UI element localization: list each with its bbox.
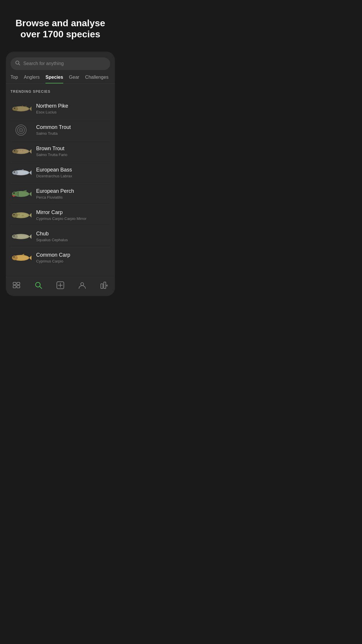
search-bar[interactable]: Search for anything (10, 57, 110, 70)
svg-point-35 (12, 235, 18, 239)
svg-rect-44 (13, 282, 16, 285)
svg-rect-55 (104, 282, 106, 288)
species-info-bass: European Bass Dicentrarchus Labrax (36, 167, 72, 178)
nav-item-leaderboard[interactable] (100, 281, 108, 290)
tab-top[interactable]: Top (10, 75, 18, 83)
fish-image-perch (10, 187, 31, 201)
svg-point-36 (13, 235, 15, 237)
tabs-container: Top Anglers Species Gear Challenges (6, 70, 115, 84)
species-latin-brown-trout: Salmo Trutta Fario (36, 153, 67, 157)
fish-image-trout (10, 123, 31, 137)
svg-point-4 (12, 107, 18, 111)
svg-point-16 (14, 150, 15, 151)
species-info-brown-trout: Brown Trout Salmo Trutta Fario (36, 146, 67, 157)
trending-section: TRENDING SPECIES Northern Pik (6, 84, 115, 274)
svg-point-12 (18, 150, 19, 151)
trending-label: TRENDING SPECIES (10, 90, 110, 94)
hero-section: Browse and analyse over 1700 species (0, 0, 121, 49)
species-info-pike: Northern Pike Esox Lucius (36, 103, 68, 114)
species-item-bass[interactable]: European Bass Dicentrarchus Labrax (10, 162, 110, 183)
svg-line-49 (40, 286, 42, 288)
cards-icon (13, 282, 20, 290)
svg-point-20 (14, 172, 15, 173)
fish-image-chub (10, 230, 31, 244)
fish-image-common-carp (10, 251, 31, 265)
svg-point-9 (20, 130, 22, 131)
nav-item-add[interactable] (57, 281, 64, 290)
add-icon (57, 281, 64, 290)
fish-image-brown-trout (10, 144, 31, 158)
species-info-common-carp: Common Carp Cyprinus Carpio (36, 252, 70, 263)
species-name-mirror-carp: Mirror Carp (36, 209, 87, 216)
svg-point-39 (12, 256, 18, 260)
species-name-perch: European Perch (36, 188, 74, 194)
svg-point-19 (12, 171, 18, 175)
fish-image-bass (10, 166, 31, 180)
species-info-mirror-carp: Mirror Carp Cyprinus Carpio Carpio Mirro… (36, 209, 87, 221)
tab-species[interactable]: Species (45, 75, 63, 83)
species-latin-chub: Squalius Cephalus (36, 238, 68, 242)
species-info-trout: Common Trout Salmo Trutta (36, 124, 71, 136)
svg-rect-45 (13, 286, 16, 288)
species-name-trout: Common Trout (36, 124, 71, 130)
svg-point-32 (13, 214, 15, 215)
hero-title: Browse and analyse over 1700 species (9, 18, 112, 40)
leaderboard-icon (100, 281, 108, 290)
species-latin-mirror-carp: Cyprinus Carpio Carpio Mirror (36, 216, 87, 221)
svg-rect-46 (17, 282, 20, 285)
svg-point-53 (81, 283, 84, 286)
search-nav-icon (35, 281, 42, 290)
search-placeholder-text: Search for anything (23, 61, 64, 66)
tab-challenges[interactable]: Challenges (85, 75, 108, 83)
svg-point-15 (12, 149, 18, 153)
species-latin-perch: Perca Fluviatilis (36, 195, 74, 200)
species-name-chub: Chub (36, 231, 68, 237)
species-item-mirror-carp[interactable]: Mirror Carp Cyprinus Carpio Carpio Mirro… (10, 205, 110, 226)
phone-frame: Search for anything Top Anglers Species … (6, 52, 115, 296)
svg-rect-54 (101, 284, 103, 288)
species-item-common-carp[interactable]: Common Carp Cyprinus Carpio (10, 247, 110, 268)
species-name-brown-trout: Brown Trout (36, 146, 67, 152)
svg-point-13 (20, 150, 21, 150)
bottom-nav (6, 277, 115, 296)
species-name-common-carp: Common Carp (36, 252, 70, 258)
species-item-trout[interactable]: Common Trout Salmo Trutta (10, 120, 110, 141)
svg-rect-47 (17, 286, 20, 288)
species-latin-common-carp: Cyprinus Carpio (36, 259, 70, 263)
svg-point-5 (14, 108, 15, 109)
species-name-pike: Northern Pike (36, 103, 68, 109)
search-icon (15, 60, 20, 67)
tab-gear[interactable]: Gear (69, 75, 80, 83)
species-name-bass: European Bass (36, 167, 72, 173)
svg-point-30 (22, 215, 24, 216)
profile-icon (78, 281, 86, 290)
species-latin-trout: Salmo Trutta (36, 131, 71, 136)
svg-line-1 (19, 64, 20, 65)
species-list: Northern Pike Esox Lucius Common Trout (10, 98, 110, 268)
species-item-chub[interactable]: Chub Squalius Cephalus (10, 226, 110, 247)
svg-point-26 (13, 192, 15, 194)
species-latin-bass: Dicentrarchus Labrax (36, 174, 72, 178)
nav-item-search[interactable] (35, 281, 42, 290)
species-latin-pike: Esox Lucius (36, 110, 68, 114)
svg-point-14 (22, 150, 23, 151)
species-item-pike[interactable]: Northern Pike Esox Lucius (10, 98, 110, 120)
tab-anglers[interactable]: Anglers (24, 75, 40, 83)
fish-image-mirror-carp (10, 208, 31, 222)
species-info-chub: Chub Squalius Cephalus (36, 231, 68, 242)
species-info-perch: European Perch Perca Fluviatilis (36, 188, 74, 200)
svg-point-40 (13, 256, 15, 258)
species-item-brown-trout[interactable]: Brown Trout Salmo Trutta Fario (10, 141, 110, 162)
search-bar-container: Search for anything (6, 57, 115, 70)
fish-image-pike (10, 102, 31, 116)
nav-item-profile[interactable] (78, 281, 86, 290)
nav-item-cards[interactable] (13, 282, 20, 290)
species-item-perch[interactable]: European Perch Perca Fluviatilis (10, 183, 110, 205)
svg-point-31 (12, 213, 18, 218)
